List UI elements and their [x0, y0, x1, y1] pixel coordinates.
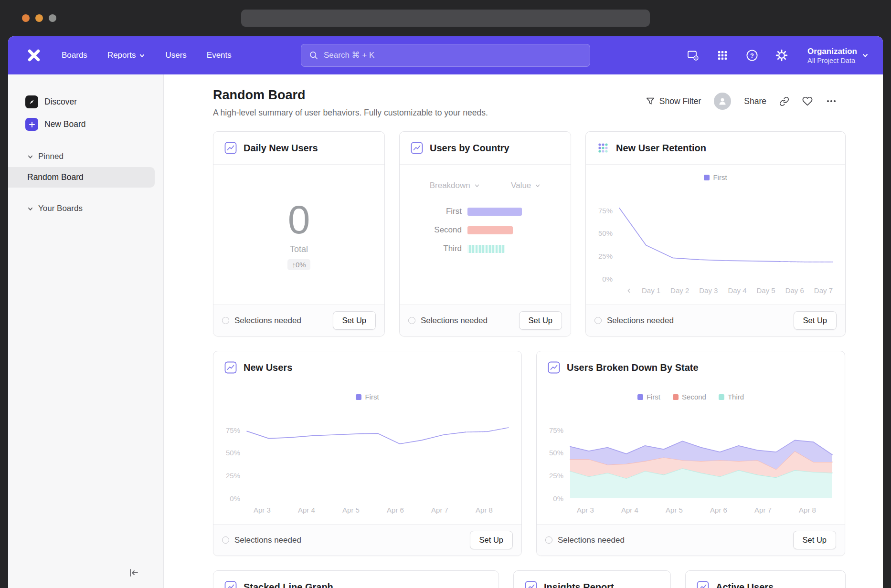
- selection-status-icon: [222, 317, 229, 324]
- window-zoom-button[interactable]: [49, 14, 56, 22]
- gear-icon[interactable]: [775, 49, 788, 62]
- set-up-button[interactable]: Set Up: [519, 311, 562, 330]
- card-active-users: Active Users: [685, 570, 846, 588]
- row-label: First: [400, 207, 462, 216]
- sidebar-item-random-board[interactable]: Random Board: [8, 167, 155, 188]
- sidebar-item-discover-label: Discover: [44, 97, 77, 107]
- legend-label: First: [365, 393, 379, 401]
- new-board-label: New Board: [44, 119, 86, 129]
- org-name: Organization: [807, 46, 857, 56]
- line-chart-icon: [547, 361, 561, 374]
- card-new-users: New Users First 75%: [213, 351, 522, 556]
- card-title: Stacked Line Graph: [244, 582, 333, 588]
- selection-status-icon: [545, 536, 552, 544]
- breakdown-dropdown[interactable]: Breakdown: [430, 181, 480, 190]
- card-title: Daily New Users: [244, 143, 318, 154]
- org-switcher[interactable]: Organization All Project Data: [807, 46, 869, 64]
- bar-third: [467, 245, 505, 253]
- x-axis: Day 1 Day 2 Day 3 Day 4 Day 5 Day 6 Day …: [626, 286, 833, 294]
- org-project-scope: All Project Data: [807, 57, 857, 64]
- nav-item-reports[interactable]: Reports: [107, 51, 146, 60]
- sidebar-collapse-button[interactable]: [128, 567, 139, 578]
- avatar[interactable]: [714, 93, 731, 110]
- nav-item-events[interactable]: Events: [207, 51, 232, 60]
- chart-legend: First: [586, 173, 845, 181]
- set-up-button[interactable]: Set Up: [793, 531, 836, 549]
- chart-legend: First Second Third: [537, 393, 845, 401]
- card-insights-report: Insights Report: [513, 570, 671, 588]
- value-dropdown[interactable]: Value: [511, 181, 541, 190]
- card-users-by-country: Users by Country Breakdown Value: [399, 131, 571, 336]
- app-window: Boards Reports Users Events: [8, 36, 883, 588]
- chevron-down-icon: [139, 52, 145, 59]
- sidebar-section-pinned[interactable]: Pinned: [8, 146, 163, 167]
- new-users-chart: [247, 408, 509, 498]
- window-controls: [22, 14, 56, 22]
- country-row: Second: [400, 225, 571, 235]
- copy-link-icon[interactable]: [779, 96, 789, 106]
- selections-needed-text: Selections needed: [234, 536, 301, 545]
- delta-badge: ↑0%: [287, 259, 310, 270]
- nav-item-events-label: Events: [207, 51, 232, 60]
- address-bar[interactable]: [241, 10, 650, 27]
- help-icon[interactable]: ?: [745, 49, 759, 62]
- discover-icon: [25, 95, 38, 108]
- sidebar-item-discover[interactable]: Discover: [8, 91, 163, 113]
- country-row: Third: [400, 244, 571, 253]
- nav-item-users[interactable]: Users: [165, 51, 186, 60]
- search-input[interactable]: [324, 51, 582, 60]
- legend-swatch: [673, 394, 679, 400]
- card-title: Users by Country: [430, 143, 509, 154]
- legend-swatch: [637, 394, 643, 400]
- selections-needed-text: Selections needed: [421, 316, 488, 326]
- share-label: Share: [744, 96, 766, 106]
- total-label: Total: [290, 244, 308, 254]
- global-search[interactable]: [301, 44, 590, 67]
- nav-item-users-label: Users: [165, 51, 186, 60]
- retention-grid-icon: [596, 141, 610, 155]
- x-axis: Apr 3 Apr 4 Apr 5 Apr 6 Apr 7 Apr 8: [577, 506, 816, 514]
- show-filter-button[interactable]: Show Filter: [646, 96, 701, 106]
- board-toolbar: Show Filter Share: [646, 93, 837, 110]
- sidebar: Discover New Board Pinned Random Board: [8, 74, 164, 588]
- nav-item-boards[interactable]: Boards: [62, 51, 87, 60]
- project-settings-icon[interactable]: [686, 49, 700, 62]
- card-new-user-retention: New User Retention First: [585, 131, 846, 336]
- bar-first: [467, 208, 522, 216]
- legend-label: Third: [728, 393, 744, 401]
- set-up-button[interactable]: Set Up: [470, 531, 513, 549]
- nav-right-actions: ? Organization All Project Data: [686, 46, 869, 64]
- page-title: Random Board: [213, 88, 488, 103]
- apps-grid-icon[interactable]: [716, 49, 729, 62]
- selection-status-icon: [222, 536, 229, 544]
- legend-swatch: [719, 394, 724, 400]
- chevron-down-icon: [27, 206, 33, 212]
- set-up-button[interactable]: Set Up: [794, 311, 837, 330]
- legend-label: Second: [682, 393, 706, 401]
- window-minimize-button[interactable]: [35, 14, 43, 22]
- favorite-heart-icon[interactable]: [802, 96, 813, 106]
- mixpanel-logo[interactable]: [26, 48, 42, 63]
- new-board-button[interactable]: New Board: [8, 113, 163, 136]
- chevron-down-icon: [862, 52, 869, 59]
- breakdown-dropdown-label: Breakdown: [430, 181, 470, 190]
- board-description: A high-level summary of user behaviors. …: [213, 108, 488, 118]
- sidebar-section-your-boards[interactable]: Your Boards: [8, 198, 163, 219]
- set-up-button[interactable]: Set Up: [333, 311, 376, 330]
- more-options-icon[interactable]: [826, 95, 837, 107]
- share-button[interactable]: Share: [744, 96, 766, 106]
- chevron-down-icon: [535, 183, 541, 189]
- sidebar-section-your-boards-label: Your Boards: [38, 204, 83, 213]
- x-axis: Apr 3 Apr 4 Apr 5 Apr 6 Apr 7 Apr 8: [254, 506, 493, 514]
- card-title: New Users: [244, 362, 292, 373]
- y-axis: 75% 50% 25% 0%: [593, 207, 613, 284]
- line-chart-icon: [410, 141, 424, 155]
- legend-label: First: [647, 393, 660, 401]
- scroll-left-icon[interactable]: [626, 288, 632, 294]
- board-main: Random Board A high-level summary of use…: [164, 74, 883, 588]
- window-close-button[interactable]: [22, 14, 30, 22]
- value-dropdown-label: Value: [511, 181, 531, 190]
- line-chart-icon: [524, 580, 538, 588]
- card-title: Users Broken Down By State: [567, 362, 699, 373]
- line-chart-icon: [224, 141, 237, 155]
